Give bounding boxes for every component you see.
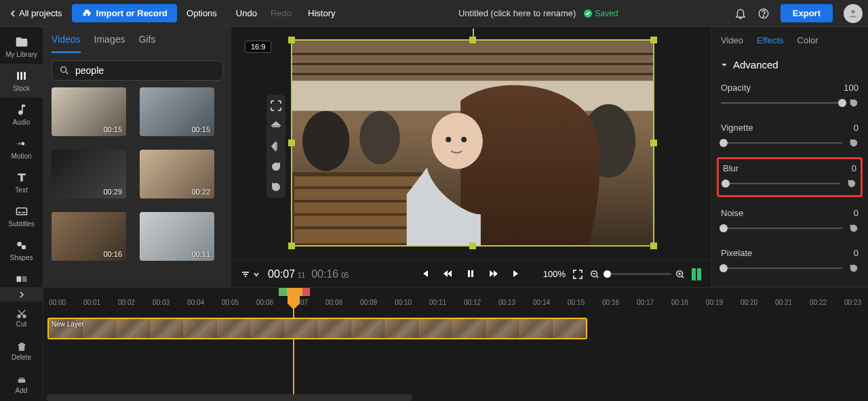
thumb-duration: 00:15 (191, 125, 210, 133)
rewind-button[interactable] (443, 269, 454, 280)
stock-thumbnail[interactable]: 00:29 (52, 150, 126, 198)
resize-handle[interactable] (650, 37, 657, 43)
prop-label: Pixelate (721, 248, 752, 258)
project-title[interactable]: Untitled (click here to rename) (458, 8, 576, 18)
opacity-slider[interactable] (721, 98, 859, 108)
skip-start-button[interactable] (420, 269, 431, 280)
playhead[interactable] (288, 295, 300, 304)
reset-button[interactable] (847, 179, 856, 188)
rail-audio[interactable]: Audio (0, 98, 43, 131)
rail-label: Subtitles (8, 220, 34, 228)
stock-thumbnail[interactable]: 00:15 (140, 87, 214, 136)
timeline-scrollbar[interactable] (46, 394, 412, 401)
skip-end-button[interactable] (512, 269, 523, 280)
tab-gifs[interactable]: Gifs (138, 34, 155, 53)
expand-button[interactable] (0, 288, 43, 301)
resize-handle[interactable] (650, 140, 657, 146)
rotate-cw-icon[interactable] (269, 160, 283, 173)
tab-videos[interactable]: Videos (52, 34, 81, 53)
rail-label: Motion (11, 152, 31, 160)
slider-knob[interactable] (838, 99, 846, 107)
rail-shapes[interactable]: Shapes (0, 233, 43, 267)
canvas-toolbar (267, 95, 285, 198)
redo-button[interactable]: Redo (267, 8, 298, 18)
tab-images[interactable]: Images (94, 34, 125, 53)
slider-knob[interactable] (719, 264, 728, 272)
bell-icon[interactable] (734, 7, 747, 20)
rail-text[interactable]: Text (0, 165, 43, 199)
slider-knob[interactable] (719, 224, 728, 232)
thumb-duration: 00:15 (103, 125, 122, 133)
import-label: Import or Record (96, 8, 167, 18)
rail-subtitles[interactable]: Subtitles (0, 199, 43, 233)
help-icon[interactable] (757, 7, 770, 20)
reset-button[interactable] (849, 98, 859, 108)
import-button[interactable]: Import or Record (72, 4, 177, 22)
undo-button[interactable]: Undo (229, 8, 261, 18)
time-current: 00:07 (268, 268, 295, 280)
reset-button[interactable] (849, 263, 859, 273)
options-button[interactable]: Options (182, 8, 224, 18)
stock-thumbnail[interactable]: 00:16 (52, 212, 126, 261)
noise-slider[interactable] (721, 224, 859, 233)
resize-handle[interactable] (469, 242, 476, 249)
svg-rect-14 (22, 276, 26, 282)
stock-thumbnail[interactable]: 00:15 (52, 87, 126, 136)
fullscreen-icon[interactable] (572, 269, 583, 280)
resize-handle[interactable] (288, 140, 295, 146)
section-advanced[interactable]: Advanced (711, 52, 868, 77)
history-label: History (308, 8, 335, 18)
tab-video[interactable]: Video (721, 35, 743, 45)
resize-handle[interactable] (469, 37, 476, 43)
aspect-ratio[interactable]: 16:9 (245, 41, 271, 53)
history-button[interactable]: History (304, 8, 342, 18)
slider-knob[interactable] (719, 139, 728, 147)
search-input-wrapper[interactable] (52, 60, 223, 81)
blur-slider[interactable] (723, 179, 856, 188)
flip-horizontal-icon[interactable] (269, 140, 283, 153)
reset-button[interactable] (849, 138, 859, 148)
sort-button[interactable] (241, 270, 260, 279)
rail-my-library[interactable]: My Library (0, 30, 43, 64)
pixelate-slider[interactable] (721, 263, 859, 273)
delete-button[interactable]: Delete (0, 335, 43, 368)
ruler-tick: 00:01 (83, 299, 100, 306)
all-projects-button[interactable]: All projects (5, 8, 66, 18)
svg-rect-41 (19, 377, 24, 380)
vignette-slider[interactable] (721, 138, 859, 148)
zoom-slider[interactable] (604, 273, 671, 275)
timeline-ruler[interactable]: 00:0000:0100:0200:0300:0400:0500:0600:07… (43, 288, 868, 311)
rail-stock[interactable]: Stock (0, 64, 43, 98)
resize-handle[interactable] (650, 242, 657, 249)
zoom-knob[interactable] (604, 270, 611, 278)
tab-effects[interactable]: Effects (757, 35, 784, 45)
flip-vertical-icon[interactable] (269, 119, 283, 133)
export-button[interactable]: Export (781, 4, 833, 22)
tab-color[interactable]: Color (797, 35, 818, 45)
timeline-clip[interactable]: New Layer (47, 318, 587, 339)
stock-thumbnail[interactable]: 00:11 (140, 212, 214, 261)
resize-handle[interactable] (288, 37, 295, 43)
delete-label: Delete (12, 354, 31, 361)
forward-button[interactable] (489, 269, 500, 280)
zoom-in-icon[interactable] (675, 270, 685, 279)
zoom-percent: 100% (543, 269, 566, 279)
fit-icon[interactable] (269, 99, 283, 112)
cut-button[interactable]: Cut (0, 301, 43, 335)
search-input[interactable] (75, 65, 216, 76)
resize-handle[interactable] (288, 242, 295, 249)
rail-label: Audio (13, 119, 31, 126)
add-button[interactable]: Add (0, 368, 43, 401)
video-frame[interactable] (291, 39, 654, 247)
prop-label: Vignette (721, 123, 753, 133)
rotate-ccw-icon[interactable] (269, 180, 283, 194)
avatar[interactable] (844, 4, 863, 23)
time-current-frames: 11 (298, 272, 305, 279)
pause-button[interactable] (466, 269, 477, 280)
slider-knob[interactable] (722, 180, 730, 188)
rail-motion[interactable]: Motion (0, 131, 43, 165)
stock-thumbnail[interactable]: 00:22 (140, 150, 214, 198)
timeline[interactable]: 00:0000:0100:0200:0300:0400:0500:0600:07… (43, 288, 868, 401)
zoom-out-icon[interactable] (590, 270, 599, 279)
reset-button[interactable] (849, 224, 859, 233)
